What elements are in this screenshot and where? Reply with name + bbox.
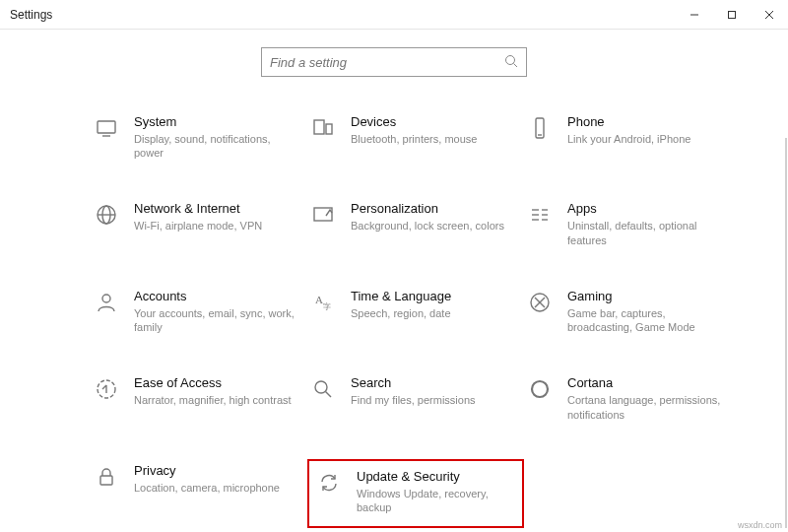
- settings-grid: SystemDisplay, sound, notifications, pow…: [0, 95, 788, 528]
- phone-icon: [526, 114, 554, 142]
- tile-desc: Link your Android, iPhone: [567, 132, 690, 146]
- svg-text:A: A: [315, 294, 323, 305]
- minimize-button[interactable]: [676, 0, 713, 29]
- tile-search[interactable]: SearchFind my files, permissions: [307, 371, 524, 425]
- tile-desc: Background, lock screen, colors: [351, 219, 504, 233]
- svg-line-5: [514, 63, 518, 67]
- tile-gaming[interactable]: GamingGame bar, captures, broadcasting, …: [524, 285, 741, 338]
- svg-rect-6: [98, 121, 115, 133]
- tile-title: Phone: [567, 114, 690, 131]
- window-title: Settings: [10, 8, 52, 22]
- tile-desc: Display, sound, notifications, power: [134, 132, 296, 161]
- tile-desc: Game bar, captures, broadcasting, Game M…: [567, 306, 729, 335]
- watermark: wsxdn.com: [738, 520, 782, 530]
- tile-title: Cortana: [567, 375, 729, 392]
- time-icon: A字: [309, 289, 337, 316]
- devices-icon: [309, 114, 337, 142]
- tile-title: Update & Security: [357, 469, 506, 486]
- row-2: Network & InternetWi-Fi, airplane mode, …: [91, 197, 749, 250]
- maximize-button[interactable]: [713, 0, 751, 29]
- network-icon: [93, 201, 120, 229]
- search-icon: [504, 54, 518, 71]
- tile-system[interactable]: SystemDisplay, sound, notifications, pow…: [91, 110, 307, 164]
- tile-title: Time & Language: [351, 289, 451, 305]
- tile-devices[interactable]: DevicesBluetooth, printers, mouse: [307, 110, 524, 164]
- tile-desc: Location, camera, microphone: [134, 481, 280, 495]
- tile-title: System: [134, 114, 296, 131]
- search-container: [0, 30, 788, 95]
- content-area: SystemDisplay, sound, notifications, pow…: [0, 30, 788, 532]
- search-box[interactable]: [261, 47, 527, 77]
- privacy-icon: [93, 463, 120, 491]
- tile-title: Devices: [351, 114, 477, 131]
- row-3: AccountsYour accounts, email, sync, work…: [91, 285, 749, 338]
- tile-desc: Wi-Fi, airplane mode, VPN: [134, 219, 262, 233]
- tile-title: Privacy: [134, 463, 280, 480]
- tile-title: Apps: [567, 201, 729, 218]
- close-icon: [764, 10, 774, 20]
- tile-desc: Speech, region, date: [351, 306, 451, 320]
- scrollbar[interactable]: [785, 138, 787, 528]
- update-icon: [315, 469, 343, 497]
- row-1: SystemDisplay, sound, notifications, pow…: [91, 110, 749, 164]
- personalization-icon: [309, 201, 337, 229]
- tile-title: Accounts: [134, 289, 296, 305]
- tile-update-security[interactable]: Update & SecurityWindows Update, recover…: [307, 459, 524, 528]
- tile-time[interactable]: A字 Time & LanguageSpeech, region, date: [307, 285, 524, 338]
- svg-line-30: [326, 392, 332, 398]
- svg-rect-1: [729, 11, 736, 18]
- svg-point-31: [532, 381, 548, 397]
- tile-desc: Cortana language, permissions, notificat…: [567, 393, 729, 422]
- minimize-icon: [690, 10, 699, 20]
- svg-point-22: [102, 295, 110, 302]
- tile-privacy[interactable]: PrivacyLocation, camera, microphone: [91, 459, 307, 528]
- title-bar: Settings: [0, 0, 788, 30]
- tile-title: Gaming: [567, 289, 729, 305]
- accounts-icon: [93, 289, 120, 316]
- tile-ease-of-access[interactable]: Ease of AccessNarrator, magnifier, high …: [91, 371, 307, 425]
- tile-title: Search: [351, 375, 476, 392]
- row-4: Ease of AccessNarrator, magnifier, high …: [91, 371, 749, 425]
- tile-title: Ease of Access: [134, 375, 292, 392]
- row-5: PrivacyLocation, camera, microphone Upda…: [91, 459, 749, 528]
- tile-desc: Windows Update, recovery, backup: [357, 487, 506, 515]
- svg-rect-32: [100, 476, 112, 485]
- svg-rect-8: [314, 120, 324, 134]
- svg-rect-9: [326, 124, 332, 134]
- search-input[interactable]: [270, 55, 504, 70]
- svg-point-29: [315, 381, 327, 393]
- system-icon: [93, 114, 120, 142]
- tile-desc: Your accounts, email, sync, work, family: [134, 306, 296, 335]
- svg-text:字: 字: [323, 302, 331, 311]
- tile-desc: Find my files, permissions: [351, 393, 476, 407]
- tile-phone[interactable]: PhoneLink your Android, iPhone: [524, 110, 741, 164]
- window-controls: [676, 0, 788, 29]
- tile-desc: Narrator, magnifier, high contrast: [134, 393, 292, 407]
- tile-cortana[interactable]: CortanaCortana language, permissions, no…: [524, 371, 741, 425]
- cortana-icon: [526, 375, 554, 403]
- tile-network[interactable]: Network & InternetWi-Fi, airplane mode, …: [91, 197, 307, 250]
- tile-personalization[interactable]: PersonalizationBackground, lock screen, …: [307, 197, 524, 250]
- gaming-icon: [526, 289, 554, 316]
- search-tile-icon: [309, 375, 337, 403]
- apps-icon: [526, 201, 554, 229]
- tile-desc: Bluetooth, printers, mouse: [351, 132, 477, 146]
- ease-icon: [93, 375, 120, 403]
- tile-desc: Uninstall, defaults, optional features: [567, 219, 729, 247]
- tile-title: Personalization: [351, 201, 504, 218]
- maximize-icon: [727, 10, 737, 20]
- svg-point-4: [506, 55, 515, 64]
- tile-title: Network & Internet: [134, 201, 262, 218]
- close-button[interactable]: [751, 0, 788, 29]
- tile-apps[interactable]: AppsUninstall, defaults, optional featur…: [524, 197, 741, 250]
- tile-accounts[interactable]: AccountsYour accounts, email, sync, work…: [91, 285, 307, 338]
